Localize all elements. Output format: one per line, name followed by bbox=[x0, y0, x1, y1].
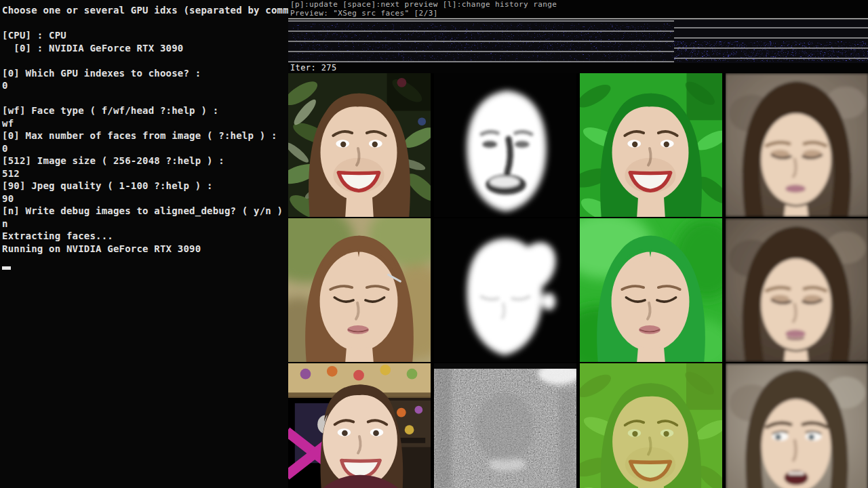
preview-grid bbox=[288, 73, 868, 488]
terminal-line: wf bbox=[2, 117, 288, 130]
preview-title: Preview: "XSeg src faces" [2/3] bbox=[288, 9, 868, 18]
preview-cell-r2c2-xseg-mask bbox=[434, 218, 576, 362]
terminal-output: Choose one or several GPU idxs (separate… bbox=[2, 4, 288, 255]
terminal-line: Extracting faces... bbox=[2, 230, 288, 243]
terminal-cursor bbox=[2, 266, 11, 270]
terminal-line: [0] : NVIDIA GeForce RTX 3090 bbox=[2, 42, 288, 55]
preview-cell-r2c4-predicted-face bbox=[726, 218, 868, 362]
terminal-line bbox=[2, 54, 288, 67]
loss-history-graph bbox=[288, 20, 868, 63]
terminal-line: [wf] Face type ( f/wf/head ?:help ) : bbox=[2, 104, 288, 117]
terminal-line: Running on NVIDIA GeForce RTX 3090 bbox=[2, 243, 288, 256]
terminal-line: [0] Which GPU indexes to choose? : bbox=[2, 67, 288, 80]
preview-cell-r2c3-masked-overlay bbox=[580, 218, 722, 362]
terminal-line: [90] Jpeg quality ( 1-100 ?:help ) : bbox=[2, 180, 288, 192]
preview-cell-r1c3-masked-overlay bbox=[580, 73, 722, 217]
preview-cell-r1c1-source-face bbox=[288, 73, 431, 217]
terminal-line: [0] Max number of faces from image ( ?:h… bbox=[2, 129, 288, 142]
terminal-line: [n] Write debug images to aligned_debug?… bbox=[2, 205, 288, 218]
terminal-line: [512] Image size ( 256-2048 ?:help ) : bbox=[2, 155, 288, 167]
terminal-line: 0 bbox=[2, 142, 288, 155]
terminal-line: [CPU] : CPU bbox=[2, 29, 288, 42]
terminal-line: 512 bbox=[2, 167, 288, 180]
terminal-line: Choose one or several GPU idxs (separate… bbox=[2, 4, 288, 17]
preview-cell-r3c4-predicted-face bbox=[726, 363, 868, 488]
preview-hotkeys: [p]:update [space]:next preview [l]:chan… bbox=[288, 0, 868, 9]
preview-cell-r1c2-xseg-mask bbox=[434, 73, 576, 217]
deepfacelab-screen: Choose one or several GPU idxs (separate… bbox=[0, 0, 868, 488]
terminal-panel[interactable]: Choose one or several GPU idxs (separate… bbox=[0, 0, 288, 488]
preview-cell-r1c4-predicted-face bbox=[726, 73, 868, 217]
terminal-line bbox=[2, 92, 288, 105]
terminal-line: 90 bbox=[2, 192, 288, 205]
preview-cell-r3c3-masked-overlay bbox=[580, 363, 722, 488]
iteration-counter: Iter: 275 bbox=[288, 63, 868, 73]
preview-cell-r3c1-source-face bbox=[288, 363, 431, 488]
terminal-line bbox=[2, 17, 288, 30]
preview-cell-r2c1-source-face bbox=[288, 218, 431, 362]
terminal-line: n bbox=[2, 218, 288, 230]
training-preview-window: [p]:update [space]:next preview [l]:chan… bbox=[288, 0, 868, 488]
terminal-line: 0 bbox=[2, 79, 288, 92]
preview-cell-r3c2-xseg-mask bbox=[434, 363, 576, 488]
